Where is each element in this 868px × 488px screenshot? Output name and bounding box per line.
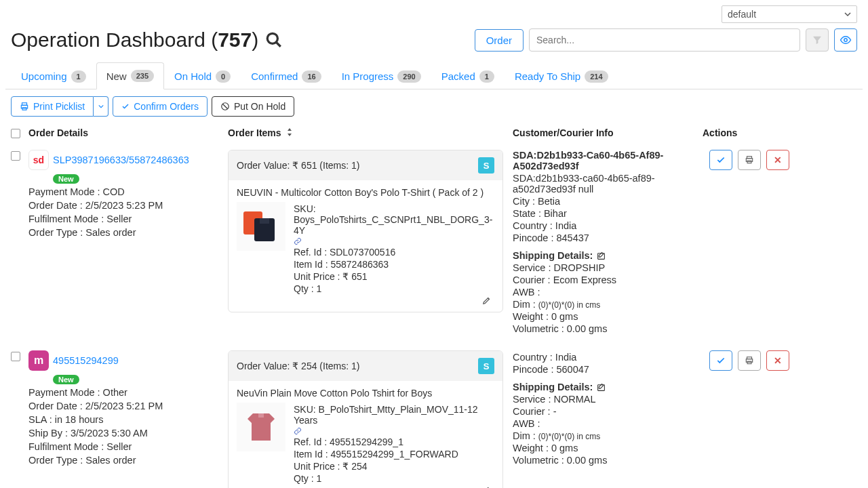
item-title: NEUVIN - Multicolor Cotton Boy's Polo T-… bbox=[237, 187, 494, 198]
col-customer-info: Customer/Courier Info bbox=[513, 127, 703, 140]
svg-line-1 bbox=[276, 42, 281, 47]
cancel-action[interactable]: ✕ bbox=[766, 150, 789, 170]
view-button[interactable] bbox=[834, 28, 857, 52]
item-thumbnail bbox=[237, 403, 285, 451]
item-title: NeuVin Plain Move Cotton Polo Tshirt for… bbox=[237, 388, 494, 399]
workspace-select[interactable]: default bbox=[722, 5, 857, 23]
order-row: m 495515294299 New Payment Mode : Other … bbox=[5, 346, 863, 488]
link-icon[interactable] bbox=[294, 237, 494, 245]
source-badge-snapdeal: sd bbox=[28, 150, 49, 170]
item-thumbnail bbox=[237, 202, 285, 251]
edit-item-icon[interactable] bbox=[482, 296, 492, 305]
svg-point-0 bbox=[267, 33, 277, 43]
printer-icon bbox=[20, 102, 29, 111]
col-order-details: Order Details bbox=[28, 127, 228, 140]
order-items-card: Order Value: ₹ 254 (Items: 1) S NeuVin P… bbox=[228, 350, 503, 488]
row-checkbox[interactable] bbox=[11, 352, 20, 361]
row-checkbox[interactable] bbox=[11, 151, 20, 161]
sort-icon bbox=[286, 128, 293, 136]
cancel-action[interactable]: ✕ bbox=[766, 350, 789, 371]
svg-line-7 bbox=[222, 104, 227, 109]
col-actions: Actions bbox=[703, 127, 865, 140]
tab-readytoship[interactable]: Ready To Ship214 bbox=[505, 62, 618, 89]
svg-rect-10 bbox=[260, 218, 269, 224]
status-tabs: Upcoming1 New235 On Hold0 Confirmed16 In… bbox=[5, 62, 863, 89]
filter-icon bbox=[812, 35, 823, 45]
confirm-action[interactable] bbox=[709, 150, 732, 170]
caret-down-icon bbox=[844, 11, 851, 18]
svg-rect-14 bbox=[747, 161, 751, 163]
customer-name: SDA:D2b1b933-Ca60-4b65-Af89-A502d73ed93f bbox=[513, 150, 696, 171]
caret-down-icon bbox=[98, 104, 104, 109]
check-icon bbox=[121, 102, 130, 110]
source-badge-meesho: m bbox=[28, 350, 49, 371]
select-all-checkbox[interactable] bbox=[11, 129, 20, 138]
page-title: Operation Dashboard (757) bbox=[11, 28, 258, 52]
order-id-link[interactable]: SLP3987196633/55872486363 bbox=[53, 155, 189, 165]
edit-shipping-icon[interactable] bbox=[597, 251, 606, 260]
search-input[interactable] bbox=[529, 28, 800, 52]
eye-icon bbox=[840, 34, 852, 46]
order-value: Order Value: ₹ 254 (Items: 1) bbox=[237, 361, 359, 371]
confirm-action[interactable] bbox=[709, 350, 732, 371]
order-value: Order Value: ₹ 651 (Items: 1) bbox=[237, 160, 359, 171]
svg-point-2 bbox=[844, 39, 848, 42]
order-items-card: Order Value: ₹ 651 (Items: 1) S NEUVIN -… bbox=[228, 150, 503, 312]
order-button[interactable]: Order bbox=[475, 29, 524, 52]
print-action[interactable] bbox=[738, 150, 761, 170]
tab-upcoming[interactable]: Upcoming1 bbox=[11, 62, 96, 89]
print-picklist-menu[interactable] bbox=[94, 96, 108, 117]
search-icon[interactable] bbox=[265, 31, 283, 49]
link-icon[interactable] bbox=[294, 427, 494, 435]
print-picklist-button[interactable]: Print Picklist bbox=[11, 96, 94, 117]
tab-inprogress[interactable]: In Progress290 bbox=[332, 62, 431, 89]
svg-rect-19 bbox=[747, 361, 751, 364]
status-badge: New bbox=[53, 174, 79, 184]
edit-shipping-icon[interactable] bbox=[597, 383, 606, 392]
print-action[interactable] bbox=[738, 350, 761, 371]
order-id-link[interactable]: 495515294299 bbox=[53, 355, 119, 366]
tab-packed[interactable]: Packed1 bbox=[431, 62, 505, 89]
status-badge: New bbox=[53, 375, 79, 384]
tab-onhold[interactable]: On Hold0 bbox=[164, 62, 241, 89]
filter-button[interactable] bbox=[806, 28, 829, 52]
confirm-orders-button[interactable]: Confirm Orders bbox=[113, 96, 208, 117]
s-button[interactable]: S bbox=[478, 157, 494, 174]
s-button[interactable]: S bbox=[478, 358, 494, 374]
tab-new[interactable]: New235 bbox=[96, 62, 164, 89]
svg-rect-15 bbox=[258, 413, 264, 418]
put-on-hold-button[interactable]: Put On Hold bbox=[212, 96, 294, 117]
edit-item-icon[interactable] bbox=[482, 485, 492, 488]
ban-icon bbox=[220, 102, 230, 111]
order-row: sd SLP3987196633/55872486363 New Payment… bbox=[5, 146, 863, 346]
tab-confirmed[interactable]: Confirmed16 bbox=[241, 62, 331, 89]
col-order-items[interactable]: Order Items bbox=[228, 127, 513, 140]
